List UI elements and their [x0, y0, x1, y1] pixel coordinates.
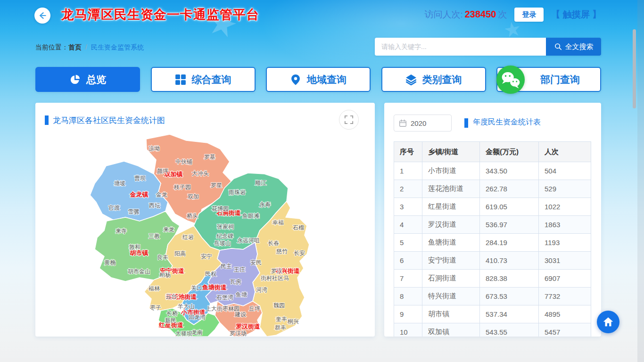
- tab-label: 类别查询: [422, 73, 462, 86]
- calendar-icon: [399, 119, 407, 127]
- map-label-岳坡山: 岳坡山: [214, 240, 231, 247]
- map-label-关口: 关口: [191, 285, 202, 291]
- map-label-曹坝: 曹坝: [134, 175, 146, 181]
- map-label-石榴: 石榴: [292, 224, 304, 231]
- table-cell: 7732: [539, 288, 591, 305]
- map-label-回龙湾: 回龙湾: [189, 314, 206, 321]
- map-label-官渡: 官渡: [108, 205, 120, 211]
- map-label-福林: 福林: [148, 285, 160, 292]
- tab-comprehensive-query[interactable]: 综合查询: [151, 67, 256, 92]
- map-label-来寺: 来寺: [116, 228, 127, 234]
- community-map[interactable]: 双加镇金龙镇石洞街道胡市镇安宁街道特兴街道鱼塘街道莲花池街道小市街道红星街道罗汉…: [40, 132, 368, 337]
- map-label-雨珠岩: 雨珠岩: [229, 189, 246, 196]
- map-label-来龙: 来龙: [163, 226, 174, 233]
- table-cell: 石洞街道: [422, 270, 480, 288]
- map-label-永寿: 永寿: [259, 201, 271, 208]
- table-row: 10双加镇543.555457: [394, 323, 591, 337]
- layers-icon: [405, 74, 417, 85]
- table-row: 4罗汉街道536.971863: [394, 216, 591, 234]
- login-button[interactable]: 登录: [514, 8, 544, 22]
- table-cell: 4895: [539, 305, 591, 323]
- table-row: 6安宁街道410.733031: [394, 252, 591, 270]
- map-label-长桥: 长桥: [166, 310, 178, 317]
- map-label-枣子: 枣子: [150, 304, 161, 311]
- map-label-胡市镇: 胡市镇: [130, 249, 149, 256]
- tab-department-query[interactable]: 部门查询: [496, 67, 601, 92]
- year-value: 2020: [411, 119, 426, 127]
- table-cell: 8: [394, 288, 422, 305]
- scrollbar-thumb[interactable]: [633, 29, 636, 108]
- map-label-阳高: 阳高: [174, 250, 186, 257]
- table-cell: 537.34: [480, 305, 539, 323]
- tab-label: 总览: [86, 73, 106, 86]
- table-cell: 2: [394, 180, 422, 198]
- map-label-新民: 新民: [165, 317, 176, 324]
- pie-chart-icon: [69, 74, 81, 85]
- map-label-花博园: 花博园: [212, 206, 229, 212]
- breadcrumb-current-link[interactable]: 民生资金监管系统: [91, 43, 144, 51]
- topbar-right: 访问人次:238450次 登录 【 触摸屏 】: [424, 0, 601, 29]
- table-cell: 小市街道: [422, 162, 480, 180]
- touchscreen-button[interactable]: 【 触摸屏 】: [551, 8, 601, 21]
- page-title: 龙马潭区民生资金一卡通监管平台: [61, 6, 259, 23]
- scrollbar-track[interactable]: [637, 0, 644, 362]
- map-label-三教: 三教: [149, 233, 160, 239]
- map-label-枝子园: 枝子园: [173, 184, 191, 190]
- table-cell: 安宁街道: [422, 252, 480, 270]
- search-input[interactable]: [375, 38, 546, 56]
- table-row: 3红星街道619.051022: [394, 198, 591, 216]
- map-label-长安: 长安: [294, 250, 305, 256]
- map-label-罗汉街道: 罗汉街道: [236, 323, 260, 330]
- map-label-龙南: 龙南: [191, 329, 203, 336]
- table-cell: 鱼塘街道: [422, 234, 480, 252]
- map-label-双加: 双加: [188, 193, 199, 200]
- map-label-颜坪: 颜坪: [157, 168, 168, 174]
- tab-overview[interactable]: 总览: [35, 67, 140, 92]
- table-cell: 7: [394, 270, 422, 288]
- map-label-幸福: 幸福: [272, 219, 284, 226]
- table-cell: 1863: [539, 216, 591, 234]
- fullscreen-icon: [344, 115, 354, 124]
- table-column-header: 人次: [539, 142, 591, 162]
- search-icon: [554, 42, 562, 51]
- home-button[interactable]: [597, 311, 619, 333]
- breadcrumb-home-link[interactable]: 首页: [68, 43, 82, 51]
- tab-region-query[interactable]: 地域查询: [266, 67, 371, 92]
- map-label-塘坡: 塘坡: [114, 180, 125, 187]
- year-select[interactable]: 2020: [394, 115, 452, 132]
- map-label-安宁: 安宁: [201, 253, 212, 260]
- table-cell: 胡市镇: [422, 305, 480, 323]
- map-label-罗星: 罗星: [211, 182, 222, 189]
- grid-icon: [175, 74, 186, 85]
- tab-label: 综合查询: [192, 73, 231, 86]
- search-button-label: 全文搜索: [565, 42, 594, 51]
- map-label-胡市金山: 胡市金山: [128, 268, 150, 275]
- table-panel: 2020 年度民生资金统计表 序号乡镇/街道金额(万元)人次 1小市街道343.…: [384, 103, 601, 337]
- back-button[interactable]: [34, 8, 50, 24]
- fullscreen-button[interactable]: [339, 110, 359, 130]
- location-pin-icon: [290, 74, 301, 85]
- search-button[interactable]: 全文搜索: [546, 38, 601, 56]
- map-label-大驿坝: 大驿坝: [175, 330, 192, 337]
- map-label-中伙铺: 中伙铺: [175, 158, 192, 165]
- wechat-icon[interactable]: [496, 65, 525, 94]
- table-cell: 262.78: [480, 180, 539, 198]
- table-cell: 284.19: [480, 234, 539, 252]
- tab-category-query[interactable]: 类别查询: [381, 67, 486, 92]
- home-icon: [602, 316, 614, 328]
- map-label-群丰: 群丰: [275, 324, 286, 331]
- map-label-鱼塘街道: 鱼塘街道: [202, 284, 227, 291]
- table-cell: 10: [394, 323, 422, 337]
- map-label-黄桷: 黄桷: [104, 259, 116, 266]
- map-label-金龙镇: 金龙镇: [130, 191, 149, 198]
- visits-unit: 次: [498, 9, 507, 19]
- map-label-奎丰: 奎丰: [276, 316, 287, 322]
- table-cell: 828.38: [480, 270, 539, 288]
- table-cell: 3031: [539, 252, 591, 270]
- table-cell: 1193: [539, 234, 591, 252]
- map-label-纪念碑: 纪念碑: [216, 233, 233, 239]
- map-label-安民: 安民: [250, 259, 262, 266]
- map-label-长春: 长春: [268, 240, 279, 247]
- map-label-民主: 民主: [221, 263, 232, 270]
- table-cell: 504: [539, 162, 591, 180]
